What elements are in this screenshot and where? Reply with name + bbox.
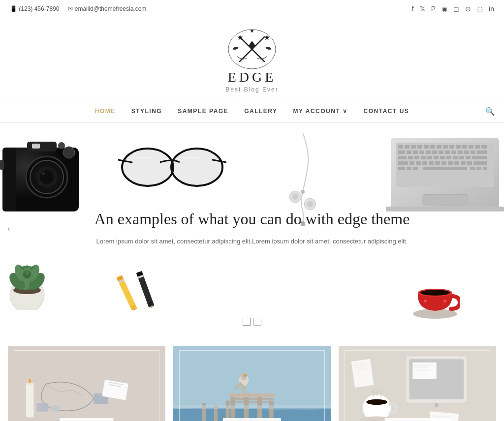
svg-rect-89	[423, 167, 467, 170]
svg-rect-80	[441, 161, 446, 165]
svg-rect-9	[2, 148, 16, 211]
search-icon[interactable]: 🔍	[485, 107, 495, 116]
contact-info: 📱 (123) 456-7890 ✉ emailid@themefreesia.…	[10, 5, 146, 12]
slider-dot-2[interactable]	[253, 318, 261, 326]
svg-rect-139	[230, 401, 273, 403]
svg-point-29	[307, 201, 313, 207]
svg-rect-83	[461, 161, 466, 165]
nav-items: HOME STYLING SAMPLE PAGE GALLERY MY ACCO…	[87, 101, 417, 121]
hero-section: An examples of what you can do with edge…	[0, 123, 504, 334]
logo-emblem	[225, 27, 279, 71]
nav-link-styling[interactable]: STYLING	[124, 101, 170, 121]
nav-link-my-account[interactable]: MY ACCOUNT ∨	[285, 101, 356, 121]
plant-decoration	[0, 251, 54, 310]
svg-point-104	[25, 270, 30, 275]
card-life-style[interactable]: LIFE STYLE	[173, 344, 331, 421]
svg-rect-82	[454, 161, 459, 165]
nav-item-contact[interactable]: CONTACT US	[356, 101, 417, 121]
svg-rect-46	[469, 145, 473, 149]
svg-rect-47	[475, 145, 480, 149]
phone-icon: 📱	[10, 5, 19, 12]
nav-item-home[interactable]: HOME	[87, 101, 124, 121]
svg-rect-85	[473, 161, 487, 165]
svg-rect-42	[443, 145, 448, 149]
nav-link-gallery[interactable]: GALLERY	[236, 101, 285, 121]
card1-label: ABOUT US	[60, 418, 113, 421]
svg-rect-10	[27, 142, 57, 151]
nav-item-styling[interactable]: STYLING	[124, 101, 170, 121]
svg-rect-81	[448, 161, 453, 165]
svg-rect-91	[476, 167, 481, 170]
nav-item-sample-page[interactable]: SAMPLE PAGE	[170, 101, 236, 121]
svg-point-27	[292, 194, 298, 200]
svg-point-18	[58, 142, 65, 149]
svg-rect-153	[414, 365, 431, 366]
svg-rect-41	[437, 145, 441, 149]
facebook-icon[interactable]: f	[412, 5, 414, 13]
card3-label: THIS IS EGDE	[385, 418, 450, 421]
hero-background: An examples of what you can do with edge…	[0, 123, 504, 334]
svg-rect-51	[413, 150, 418, 154]
email-icon: ✉	[68, 5, 74, 12]
svg-rect-86	[398, 167, 405, 170]
svg-point-158	[366, 399, 387, 405]
svg-rect-38	[417, 145, 422, 149]
nav-link-sample-page[interactable]: SAMPLE PAGE	[170, 101, 236, 121]
svg-rect-71	[459, 156, 464, 159]
phone-info: 📱 (123) 456-7890	[10, 5, 59, 12]
nav-link-home[interactable]: HOME	[87, 101, 124, 121]
email-info: ✉ emailid@themefreesia.com	[68, 5, 146, 12]
svg-marker-5	[249, 41, 255, 51]
svg-rect-90	[470, 167, 475, 170]
svg-rect-37	[411, 145, 416, 149]
nav-link-contact[interactable]: CONTACT US	[356, 101, 417, 121]
email-address: emailid@themefreesia.com	[75, 5, 147, 12]
svg-rect-92	[483, 167, 487, 170]
svg-rect-66	[427, 156, 432, 159]
svg-rect-70	[453, 156, 458, 159]
svg-rect-84	[467, 161, 472, 165]
nav-item-gallery[interactable]: GALLERY	[236, 101, 285, 121]
flickr-icon[interactable]: ⊙	[465, 5, 471, 13]
card-this-is-edge[interactable]: THIS IS EGDE	[339, 344, 496, 421]
card2-bg	[173, 344, 331, 421]
pinterest-icon[interactable]: P	[431, 5, 436, 13]
svg-rect-76	[416, 161, 421, 165]
svg-rect-125	[36, 403, 48, 411]
linkedin-icon[interactable]: in	[489, 5, 494, 13]
cards-section: ABOUT US	[0, 334, 504, 421]
dribbble-icon[interactable]: ◉	[441, 5, 447, 13]
svg-rect-36	[405, 145, 410, 149]
svg-rect-64	[414, 156, 419, 159]
social-icons: f 𝕏 P ◉ ◻ ⊙ ◌ in	[412, 5, 494, 13]
phone-number: (123) 456-7890	[19, 5, 59, 12]
instagram-icon[interactable]: ◻	[453, 5, 459, 13]
nav-item-my-account[interactable]: MY ACCOUNT ∨	[285, 101, 356, 121]
card-about-us[interactable]: ABOUT US	[8, 344, 165, 421]
svg-point-25	[172, 150, 221, 185]
svg-rect-160	[351, 359, 374, 388]
svg-rect-56	[445, 150, 450, 154]
svg-rect-77	[422, 161, 427, 165]
svg-rect-16	[32, 144, 40, 149]
svg-rect-43	[449, 145, 454, 149]
twitter-icon[interactable]: 𝕏	[420, 5, 425, 13]
hero-text: An examples of what you can do with edge…	[80, 209, 424, 246]
svg-point-15	[42, 172, 45, 175]
site-subtitle: Best Blog Ever	[225, 86, 278, 93]
pencils-decoration	[103, 266, 202, 305]
svg-rect-49	[398, 150, 405, 154]
svg-point-23	[123, 150, 172, 185]
svg-rect-35	[398, 145, 403, 149]
svg-point-30	[301, 190, 305, 194]
lastfm-icon[interactable]: ◌	[477, 5, 483, 13]
slider-dot-1[interactable]	[243, 318, 251, 326]
svg-rect-93	[423, 194, 467, 205]
slider-prev-arrow[interactable]: ‹	[2, 222, 16, 236]
svg-rect-53	[426, 150, 431, 154]
svg-point-120	[443, 300, 446, 302]
svg-point-151	[435, 403, 439, 407]
svg-rect-138	[230, 398, 273, 400]
svg-rect-57	[451, 150, 456, 154]
svg-rect-52	[419, 150, 424, 154]
